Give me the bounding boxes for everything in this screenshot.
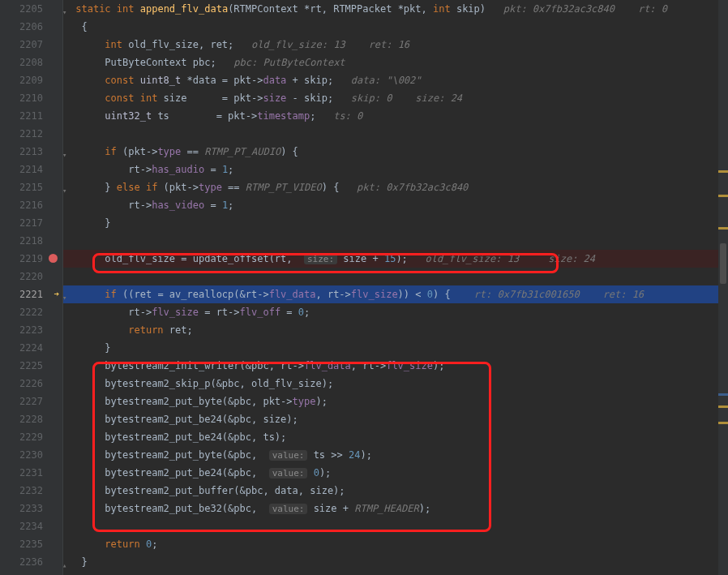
code-line[interactable]: rt->has_audio = 1; bbox=[63, 161, 728, 178]
code-line[interactable]: rt->has_video = 1; bbox=[63, 196, 728, 214]
code-line[interactable]: return 0; bbox=[63, 535, 728, 553]
code-line[interactable]: bytestream2_put_be32(&pbc, value: size +… bbox=[63, 500, 728, 517]
line-number[interactable]: 2224 bbox=[0, 339, 62, 357]
line-number[interactable]: 2211 bbox=[0, 107, 62, 125]
code-line[interactable]: } bbox=[63, 214, 728, 232]
fold-icon[interactable]: ▾ bbox=[63, 3, 71, 11]
line-gutter[interactable]: 2205 2206 2207 2208 2209 2210 2211 2212 … bbox=[0, 0, 63, 575]
code-line[interactable]: rt->flv_size = rt->flv_off = 0; bbox=[63, 303, 728, 321]
line-number[interactable]: 2223 bbox=[0, 321, 62, 339]
fold-icon[interactable]: ▴ bbox=[63, 556, 71, 564]
code-line[interactable]: ▴ } bbox=[63, 553, 728, 571]
line-number[interactable]: 2227 bbox=[0, 393, 62, 410]
line-number[interactable]: 2207 bbox=[0, 36, 62, 54]
scroll-marker[interactable] bbox=[718, 170, 728, 173]
line-number[interactable]: 2220 bbox=[0, 268, 62, 285]
fold-icon[interactable]: ▾ bbox=[63, 289, 71, 297]
exec-code-line[interactable]: ▾ if ((ret = av_reallocp(&rt->flv_data, … bbox=[63, 285, 728, 303]
line-number[interactable]: 2226 bbox=[0, 375, 62, 393]
line-number[interactable]: 2205 bbox=[0, 0, 62, 18]
line-number[interactable]: 2233 bbox=[0, 500, 62, 517]
code-line[interactable]: } bbox=[63, 339, 728, 357]
breakpoint-code-line[interactable]: old_flv_size = update_offset(rt, size: s… bbox=[63, 250, 728, 268]
code-line[interactable]: bytestream2_put_be24(&pbc, ts); bbox=[63, 428, 728, 446]
line-number[interactable]: 2213 bbox=[0, 143, 62, 161]
line-number[interactable]: 2234 bbox=[0, 517, 62, 535]
line-number[interactable]: 2236 bbox=[0, 553, 62, 571]
code-line[interactable]: return ret; bbox=[63, 321, 728, 339]
line-number[interactable]: 2209 bbox=[0, 71, 62, 89]
code-line[interactable]: bytestream2_put_byte(&pbc, pkt->type); bbox=[63, 393, 728, 410]
code-line[interactable]: int old_flv_size, ret; old_flv_size: 13 … bbox=[63, 36, 728, 54]
code-line[interactable]: uint32_t ts = pkt->timestamp; ts: 0 bbox=[63, 107, 728, 125]
line-number[interactable]: 2235 bbox=[0, 535, 62, 553]
vertical-scrollbar[interactable] bbox=[718, 0, 728, 575]
code-area[interactable]: ▾ static int append_flv_data(RTMPContext… bbox=[63, 0, 728, 575]
exec-line-number[interactable]: 2221 bbox=[0, 285, 62, 303]
code-line[interactable]: const int size = pkt->size - skip; skip:… bbox=[63, 89, 728, 107]
code-line[interactable]: const uint8_t *data = pkt->data + skip; … bbox=[63, 71, 728, 89]
code-line[interactable]: bytestream2_put_be24(&pbc, size); bbox=[63, 410, 728, 428]
code-line[interactable] bbox=[63, 268, 728, 285]
line-number[interactable]: 2206 bbox=[0, 18, 62, 36]
code-line[interactable]: bytestream2_put_byte(&pbc, value: ts >> … bbox=[63, 446, 728, 464]
line-number[interactable]: 2210 bbox=[0, 89, 62, 107]
code-line[interactable] bbox=[63, 517, 728, 535]
line-number[interactable]: 2229 bbox=[0, 428, 62, 446]
line-number[interactable]: 2218 bbox=[0, 232, 62, 250]
code-line[interactable]: { bbox=[63, 18, 728, 36]
code-editor: 2205 2206 2207 2208 2209 2210 2211 2212 … bbox=[0, 0, 728, 575]
line-number[interactable]: 2228 bbox=[0, 410, 62, 428]
code-line[interactable] bbox=[63, 232, 728, 250]
line-number[interactable]: 2232 bbox=[0, 482, 62, 500]
code-line[interactable]: ▾ if (pkt->type == RTMP_PT_AUDIO) { bbox=[63, 143, 728, 161]
breakpoint-line-number[interactable]: 2219 bbox=[0, 250, 62, 268]
line-number[interactable]: 2214 bbox=[0, 161, 62, 178]
code-line[interactable]: ▾ } else if (pkt->type == RTMP_PT_VIDEO)… bbox=[63, 178, 728, 196]
line-number[interactable]: 2231 bbox=[0, 464, 62, 482]
scroll-marker[interactable] bbox=[718, 195, 728, 197]
code-line[interactable]: bytestream2_put_buffer(&pbc, data, size)… bbox=[63, 482, 728, 500]
fold-icon[interactable]: ▾ bbox=[63, 146, 71, 154]
scroll-thumb[interactable] bbox=[720, 243, 726, 284]
code-line[interactable]: bytestream2_put_be24(&pbc, value: 0); bbox=[63, 464, 728, 482]
fold-icon[interactable]: ▾ bbox=[63, 182, 71, 190]
code-line[interactable]: ▾ static int append_flv_data(RTMPContext… bbox=[63, 0, 728, 18]
line-number[interactable]: 2230 bbox=[0, 446, 62, 464]
code-line[interactable]: bytestream2_init_writer(&pbc, rt->flv_da… bbox=[63, 357, 728, 375]
line-number[interactable]: 2208 bbox=[0, 54, 62, 71]
line-number[interactable]: 2216 bbox=[0, 196, 62, 214]
scroll-marker[interactable] bbox=[718, 422, 728, 424]
line-number[interactable]: 2217 bbox=[0, 214, 62, 232]
line-number[interactable]: 2215 bbox=[0, 178, 62, 196]
line-number[interactable]: 2225 bbox=[0, 357, 62, 375]
line-number[interactable]: 2212 bbox=[0, 125, 62, 143]
scroll-marker[interactable] bbox=[718, 393, 728, 396]
line-number[interactable]: 2222 bbox=[0, 303, 62, 321]
code-line[interactable]: PutByteContext pbc; pbc: PutByteContext bbox=[63, 54, 728, 71]
scroll-marker[interactable] bbox=[718, 406, 728, 408]
code-line[interactable]: bytestream2_skip_p(&pbc, old_flv_size); bbox=[63, 375, 728, 393]
scroll-marker[interactable] bbox=[718, 227, 728, 230]
code-line[interactable] bbox=[63, 125, 728, 143]
